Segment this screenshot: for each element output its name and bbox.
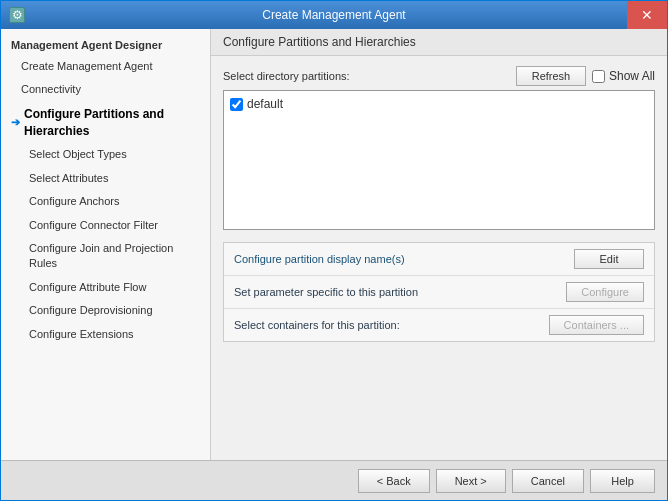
containers-label: Select containers for this partition: bbox=[234, 319, 400, 331]
sidebar: Management Agent Designer Create Managem… bbox=[1, 29, 211, 460]
sidebar-item-attributes[interactable]: Select Attributes bbox=[1, 167, 210, 190]
title-bar: ⚙ Create Management Agent ✕ bbox=[1, 1, 667, 29]
sidebar-item-create[interactable]: Create Management Agent bbox=[1, 55, 210, 78]
help-button[interactable]: Help bbox=[590, 469, 655, 493]
config-row-parameter: Set parameter specific to this partition… bbox=[224, 276, 654, 309]
config-row-containers: Select containers for this partition: Co… bbox=[224, 309, 654, 341]
sidebar-item-object-types[interactable]: Select Object Types bbox=[1, 143, 210, 166]
partition-list: default bbox=[223, 90, 655, 230]
display-name-label: Configure partition display name(s) bbox=[234, 253, 405, 265]
main-panel-header: Configure Partitions and Hierarchies bbox=[211, 29, 667, 56]
partition-top: Select directory partitions: Refresh Sho… bbox=[223, 66, 655, 86]
partition-label: Select directory partitions: bbox=[223, 70, 350, 82]
main-window: ⚙ Create Management Agent ✕ Management A… bbox=[0, 0, 668, 501]
sidebar-item-partitions[interactable]: ➔ Configure Partitions and Hierarchies bbox=[1, 102, 210, 144]
window-title: Create Management Agent bbox=[262, 8, 405, 22]
containers-button[interactable]: Containers ... bbox=[549, 315, 644, 335]
sidebar-item-join-projection[interactable]: Configure Join and Projection Rules bbox=[1, 237, 210, 276]
main-panel: Configure Partitions and Hierarchies Sel… bbox=[211, 29, 667, 460]
main-content: Select directory partitions: Refresh Sho… bbox=[211, 56, 667, 460]
content-area: Management Agent Designer Create Managem… bbox=[1, 29, 667, 460]
window-icon: ⚙ bbox=[9, 7, 25, 23]
close-button[interactable]: ✕ bbox=[627, 1, 667, 29]
sidebar-item-attribute-flow[interactable]: Configure Attribute Flow bbox=[1, 276, 210, 299]
cancel-button[interactable]: Cancel bbox=[512, 469, 584, 493]
partition-default-checkbox[interactable] bbox=[230, 98, 243, 111]
partition-default-label: default bbox=[247, 97, 283, 111]
back-button[interactable]: < Back bbox=[358, 469, 430, 493]
sidebar-header: Management Agent Designer bbox=[1, 33, 210, 55]
sidebar-item-connectivity[interactable]: Connectivity bbox=[1, 78, 210, 101]
partition-item-default[interactable]: default bbox=[228, 95, 650, 113]
current-arrow-icon: ➔ bbox=[11, 115, 20, 130]
config-rows: Configure partition display name(s) Edit… bbox=[223, 242, 655, 342]
sidebar-item-anchors[interactable]: Configure Anchors bbox=[1, 190, 210, 213]
edit-button[interactable]: Edit bbox=[574, 249, 644, 269]
partition-section: Select directory partitions: Refresh Sho… bbox=[223, 66, 655, 242]
sidebar-item-connector-filter[interactable]: Configure Connector Filter bbox=[1, 214, 210, 237]
show-all-label[interactable]: Show All bbox=[592, 69, 655, 83]
footer: < Back Next > Cancel Help bbox=[1, 460, 667, 500]
partition-controls: Refresh Show All bbox=[516, 66, 655, 86]
configure-button[interactable]: Configure bbox=[566, 282, 644, 302]
next-button[interactable]: Next > bbox=[436, 469, 506, 493]
sidebar-item-deprovisioning[interactable]: Configure Deprovisioning bbox=[1, 299, 210, 322]
refresh-button[interactable]: Refresh bbox=[516, 66, 586, 86]
config-row-display-name: Configure partition display name(s) Edit bbox=[224, 243, 654, 276]
parameter-label: Set parameter specific to this partition bbox=[234, 286, 418, 298]
show-all-checkbox[interactable] bbox=[592, 70, 605, 83]
sidebar-item-extensions[interactable]: Configure Extensions bbox=[1, 323, 210, 346]
